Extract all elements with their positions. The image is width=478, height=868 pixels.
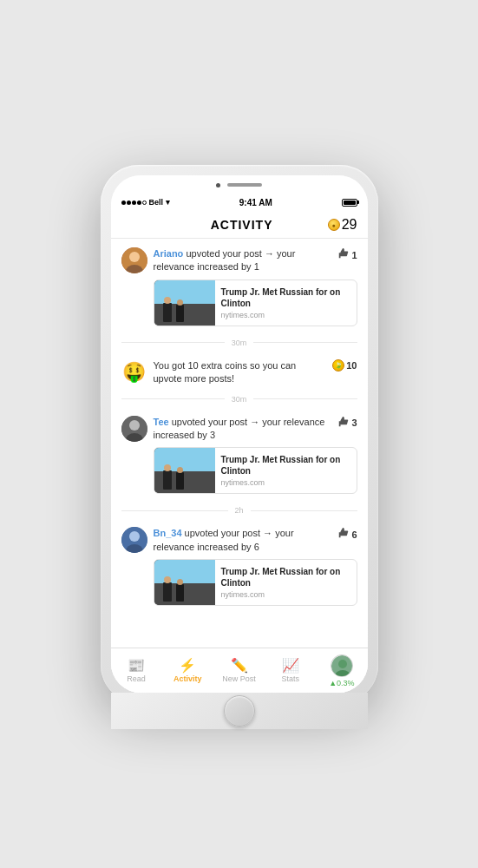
- tab-stats[interactable]: 📈 Stats: [265, 659, 316, 683]
- signal-dots: [121, 201, 147, 205]
- post-title-bn34: Trump Jr. Met Russian for on Clinton: [221, 566, 350, 589]
- post-thumb-ariano: [154, 280, 215, 326]
- avatar-tee: [121, 416, 147, 442]
- tab-new-post[interactable]: ✏️ New Post: [213, 659, 265, 683]
- signal-dot-1: [121, 201, 126, 205]
- status-bar: Bell ▾ 9:41 AM: [111, 194, 368, 210]
- activity-text-bn34: Bn_34 upvoted your post → your relevance…: [154, 527, 331, 554]
- svg-point-4: [129, 420, 140, 431]
- home-button[interactable]: [224, 695, 255, 727]
- activity-left-tee: Tee upvoted your post → your relevance i…: [121, 416, 331, 443]
- time-divider-1: 30m: [111, 335, 368, 351]
- clock: 9:41 AM: [239, 198, 272, 207]
- activity-row-ariano: Ariano upvoted your post → your relevanc…: [121, 247, 357, 274]
- tab-stats-label: Stats: [281, 674, 299, 683]
- status-right: [342, 199, 357, 207]
- activity-item-tee: Tee upvoted your post → your relevance i…: [111, 407, 368, 503]
- status-left: Bell ▾: [121, 198, 171, 207]
- post-thumb-tee: [154, 448, 215, 494]
- coin-icon-item: 🍃: [332, 359, 344, 372]
- activity-text-tee: Tee upvoted your post → your relevance i…: [154, 416, 331, 443]
- post-card-ariano[interactable]: Trump Jr. Met Russian for on Clinton nyt…: [154, 279, 357, 326]
- activity-item-ariano: Ariano upvoted your post → your relevanc…: [111, 239, 368, 335]
- nav-header: ACTIVITY ● 29: [111, 210, 368, 239]
- wifi-icon: ▾: [166, 198, 170, 207]
- activity-item-coins: 🤑 You got 10 extra coins so you can upvo…: [111, 351, 368, 391]
- tab-profile-label: ▲0.3%: [329, 679, 354, 687]
- thumb-icon-ariano: [337, 247, 350, 262]
- home-button-area: [111, 693, 368, 729]
- signal-dot-3: [132, 201, 136, 205]
- activity-row-coins: 🤑 You got 10 extra coins so you can upvo…: [121, 359, 357, 386]
- divider-time-2: 30m: [232, 395, 247, 404]
- activity-scroll-area[interactable]: Ariano upvoted your post → your relevanc…: [111, 239, 368, 648]
- time-divider-3: 2h: [111, 503, 368, 518]
- divider-line-2: [121, 398, 225, 399]
- avatar-bn34: [121, 527, 147, 553]
- username-bn34: Bn_34: [154, 528, 182, 538]
- action-coins: You got 10 extra coins so you can upvote…: [154, 360, 297, 384]
- phone-top-decoration: [111, 175, 368, 194]
- post-info-ariano: Trump Jr. Met Russian for on Clinton nyt…: [215, 280, 357, 326]
- svg-point-1: [129, 252, 140, 262]
- activity-item-bn34: Bn_34 upvoted your post → your relevance…: [111, 518, 368, 615]
- battery-fill: [344, 201, 356, 205]
- tab-profile[interactable]: ▲0.3%: [316, 654, 367, 687]
- battery-icon: [342, 199, 357, 207]
- activity-row-tee: Tee upvoted your post → your relevance i…: [121, 416, 357, 443]
- post-info-tee: Trump Jr. Met Russian for on Clinton nyt…: [215, 448, 357, 493]
- post-title-tee: Trump Jr. Met Russian for on Clinton: [221, 454, 350, 477]
- divider-time-1: 30m: [232, 339, 247, 347]
- avatar-ariano: [121, 247, 147, 273]
- divider-line-3b: [251, 510, 357, 511]
- coins-number: 10: [346, 360, 357, 371]
- vote-count-bn34: 6: [337, 527, 357, 542]
- svg-point-7: [129, 531, 140, 542]
- divider-line-3: [121, 510, 228, 511]
- coins-count: 29: [342, 217, 357, 233]
- post-source-ariano: nytimes.com: [221, 311, 350, 319]
- phone-frame: Bell ▾ 9:41 AM ACTIVITY ● 29: [101, 165, 378, 703]
- stats-icon: 📈: [282, 659, 299, 673]
- thumb-icon-tee: [337, 416, 350, 431]
- new-post-icon: ✏️: [231, 659, 248, 673]
- carrier-name: Bell: [149, 198, 164, 207]
- post-card-tee[interactable]: Trump Jr. Met Russian for on Clinton nyt…: [154, 447, 357, 494]
- avatar-coins: 🤑: [121, 359, 147, 385]
- thumb-icon-bn34: [337, 527, 350, 542]
- page-title: ACTIVITY: [156, 218, 328, 232]
- tab-read-label: Read: [127, 674, 146, 683]
- divider-time-3: 2h: [235, 506, 244, 515]
- time-divider-2: 30m: [111, 391, 368, 407]
- tab-read[interactable]: 📰 Read: [111, 659, 162, 683]
- speaker-bar: [227, 183, 262, 187]
- activity-text-ariano: Ariano upvoted your post → your relevanc…: [154, 247, 331, 274]
- read-icon: 📰: [128, 659, 145, 673]
- activity-left-bn34: Bn_34 upvoted your post → your relevance…: [121, 527, 331, 554]
- signal-dot-2: [127, 201, 131, 205]
- post-title-ariano: Trump Jr. Met Russian for on Clinton: [221, 286, 350, 309]
- username-ariano: Ariano: [154, 248, 184, 259]
- svg-point-10: [338, 660, 347, 668]
- tab-new-post-label: New Post: [222, 674, 256, 683]
- post-source-tee: nytimes.com: [221, 478, 350, 487]
- post-info-bn34: Trump Jr. Met Russian for on Clinton nyt…: [215, 560, 357, 605]
- activity-text-coins: You got 10 extra coins so you can upvote…: [154, 359, 326, 386]
- post-card-bn34[interactable]: Trump Jr. Met Russian for on Clinton nyt…: [154, 559, 357, 606]
- activity-left-ariano: Ariano upvoted your post → your relevanc…: [121, 247, 331, 274]
- coins-count-item: 🍃 10: [332, 359, 357, 372]
- divider-line-1b: [253, 342, 357, 343]
- activity-left-coins: 🤑 You got 10 extra coins so you can upvo…: [121, 359, 326, 386]
- post-thumb-bn34: [154, 560, 215, 606]
- camera-dot: [216, 183, 220, 187]
- action-tee: upvoted your post → your relevance incre…: [154, 417, 325, 440]
- tab-bar: 📰 Read ⚡ Activity ✏️ New Post 📈 Stats: [111, 648, 368, 693]
- vote-number-bn34: 6: [351, 529, 357, 540]
- signal-dot-5: [142, 201, 147, 205]
- tab-activity[interactable]: ⚡ Activity: [162, 659, 213, 683]
- vote-count-tee: 3: [337, 416, 357, 431]
- activity-row-bn34: Bn_34 upvoted your post → your relevance…: [121, 527, 357, 554]
- post-source-bn34: nytimes.com: [221, 590, 350, 599]
- divider-line-2b: [253, 398, 357, 399]
- activity-icon: ⚡: [179, 659, 196, 673]
